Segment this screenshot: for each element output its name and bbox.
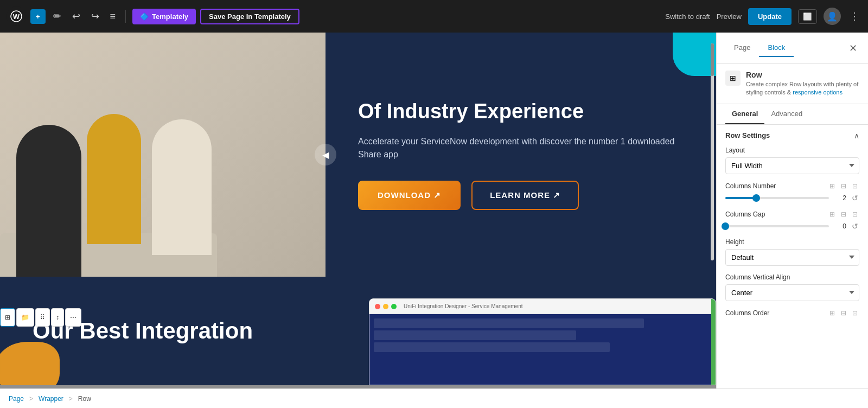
block-toolbar-type-icon[interactable]: ⊞ xyxy=(0,308,15,327)
columns-gap-icon1[interactable]: ⊞ xyxy=(828,210,837,219)
learn-more-button[interactable]: LEARN MORE ↗ xyxy=(471,181,579,210)
screenshot-content-area xyxy=(369,314,716,385)
columns-number-slider-track[interactable] xyxy=(725,197,829,199)
integration-screenshot-mockup: UniFi Integration Designer - Service Man… xyxy=(369,298,716,385)
layout-select[interactable]: Full Width Boxed Content Width xyxy=(725,157,859,174)
columns-order-form-group: Columns Order ⊞ ⊟ ⊡ xyxy=(725,309,859,317)
screenshot-titlebar: UniFi Integration Designer - Service Man… xyxy=(369,299,716,314)
columns-number-icon1[interactable]: ⊞ xyxy=(828,182,837,190)
row-settings-header[interactable]: Row Settings ∧ xyxy=(725,131,859,140)
columns-vertical-align-select[interactable]: Top Center Bottom xyxy=(725,284,859,301)
nav-arrow-button[interactable]: ◀ xyxy=(315,144,336,165)
columns-number-reset-button[interactable]: ↺ xyxy=(851,194,859,202)
row-settings-title: Row Settings xyxy=(725,131,770,139)
canvas-area: ◀ Of Industry Experience Accelerate your… xyxy=(0,33,716,388)
columns-order-icon2[interactable]: ⊟ xyxy=(839,309,848,317)
tab-advanced[interactable]: Advanced xyxy=(764,104,809,124)
section-image-left xyxy=(0,33,326,277)
columns-gap-slider-thumb[interactable] xyxy=(722,222,729,230)
height-select[interactable]: Default Full Height Min Height xyxy=(725,249,859,266)
tab-block[interactable]: Block xyxy=(759,39,794,57)
list-icon: ≡ xyxy=(110,11,116,22)
layout-form-group: Layout Full Width Boxed Content Width xyxy=(725,146,859,174)
columns-vertical-align-form-group: Columns Vertical Align Top Center Bottom xyxy=(725,273,859,301)
grid-icon: ⊞ xyxy=(5,314,10,321)
columns-order-icon1[interactable]: ⊞ xyxy=(828,309,837,317)
columns-number-label: Columns Number xyxy=(725,182,825,190)
undo-icon: ↩ xyxy=(72,10,80,22)
toolbar-right: Switch to draft Preview Update ⬜ 👤 ⋮ xyxy=(665,8,861,25)
svg-text:W: W xyxy=(13,12,20,21)
panel-close-button[interactable]: ✕ xyxy=(847,40,859,56)
templately-icon: 🔷 xyxy=(140,12,149,21)
block-toolbar-more-icon[interactable]: ⋯ xyxy=(65,308,81,327)
person2-shape xyxy=(87,114,141,244)
maximize-dot xyxy=(391,304,397,309)
screenshot-row-2 xyxy=(374,330,576,340)
chevron-up-icon: ↕ xyxy=(56,314,59,321)
columns-gap-label-row: Columns Gap ⊞ ⊟ ⊡ xyxy=(725,210,859,219)
right-panel: Page Block ✕ ⊞ Row Create complex Row la… xyxy=(716,33,868,388)
dots-icon: ⋯ xyxy=(70,314,76,321)
columns-gap-reset-button[interactable]: ↺ xyxy=(851,222,859,231)
row-icon: ⊞ xyxy=(730,74,736,82)
row-block-info: ⊞ Row Create complex Row layouts with pl… xyxy=(717,64,868,104)
page-section-bottom: Our Best Integration UniFi Integration D… xyxy=(0,277,716,385)
columns-gap-value: 0 xyxy=(833,222,846,230)
block-toolbar-folder-icon[interactable]: 📁 xyxy=(16,308,34,327)
teal-accent-decoration xyxy=(673,33,716,76)
block-toolbar-move-icon[interactable]: ↕ xyxy=(51,308,64,327)
more-options-button[interactable]: ⋮ xyxy=(847,8,861,24)
row-block-icon: ⊞ xyxy=(725,71,741,86)
switch-to-draft-button[interactable]: Switch to draft xyxy=(665,12,710,21)
ellipsis-vertical-icon: ⋮ xyxy=(850,11,859,22)
columns-gap-icon3[interactable]: ⊡ xyxy=(851,210,859,219)
breadcrumb-page[interactable]: Page xyxy=(9,395,24,403)
add-block-button[interactable]: + xyxy=(30,9,46,24)
tab-general[interactable]: General xyxy=(725,104,764,124)
row-block-desc-text: Create complex Row layouts with plenty o… xyxy=(746,80,859,97)
columns-gap-slider-track[interactable] xyxy=(725,225,829,227)
row-settings-collapse-icon: ∧ xyxy=(854,131,859,140)
columns-order-icon3[interactable]: ⊡ xyxy=(851,309,859,317)
user-avatar-button[interactable]: 👤 xyxy=(824,8,841,25)
templately-button[interactable]: 🔷 Templately xyxy=(132,9,196,24)
list-view-button[interactable]: ≡ xyxy=(107,8,119,25)
columns-number-slider-thumb[interactable] xyxy=(752,194,760,202)
breadcrumb-wrapper[interactable]: Wrapper xyxy=(39,395,63,403)
screenshot-title-text: UniFi Integration Designer - Service Man… xyxy=(404,303,523,309)
redo-button[interactable]: ↪ xyxy=(88,7,103,25)
columns-gap-icon2[interactable]: ⊟ xyxy=(839,210,848,219)
main-layout: ◀ Of Industry Experience Accelerate your… xyxy=(0,33,868,388)
drag-handle-icon: ⠿ xyxy=(40,314,45,321)
download-button[interactable]: DOWNLOAD ↗ xyxy=(358,181,461,210)
breadcrumb-sep1: > xyxy=(29,395,33,403)
wp-logo[interactable]: W xyxy=(7,7,26,26)
columns-number-icon3[interactable]: ⊡ xyxy=(851,182,859,190)
main-toolbar: W + ✏ ↩ ↪ ≡ 🔷 Templately Save Page In Te… xyxy=(0,0,868,33)
panel-inner-tabs: General Advanced xyxy=(717,104,868,125)
row-block-name: Row xyxy=(746,71,859,79)
columns-number-form-group: Columns Number ⊞ ⊟ ⊡ 2 ↺ xyxy=(725,182,859,202)
update-button[interactable]: Update xyxy=(748,8,792,25)
view-icon: ⬜ xyxy=(803,12,812,21)
status-bar: Page > Wrapper > Row xyxy=(0,388,868,408)
section-description: Accelerate your ServiceNow development w… xyxy=(358,135,684,161)
office-background xyxy=(0,33,326,277)
columns-gap-form-group: Columns Gap ⊞ ⊟ ⊡ 0 ↺ xyxy=(725,210,859,231)
panel-top-tabs: Page Block xyxy=(725,39,794,57)
columns-number-icon2[interactable]: ⊟ xyxy=(839,182,848,190)
columns-number-value: 2 xyxy=(833,194,846,202)
columns-gap-slider-row: 0 ↺ xyxy=(725,222,859,231)
folder-icon: 📁 xyxy=(21,314,29,321)
undo-button[interactable]: ↩ xyxy=(69,7,84,25)
breadcrumb-sep2: > xyxy=(69,395,73,403)
view-toggle-button[interactable]: ⬜ xyxy=(798,9,817,24)
templately-label: Templately xyxy=(152,12,188,21)
tab-page[interactable]: Page xyxy=(725,39,759,57)
block-toolbar-drag-icon[interactable]: ⠿ xyxy=(35,308,50,327)
save-templately-button[interactable]: Save Page In Templately xyxy=(200,9,299,24)
edit-icon-button[interactable]: ✏ xyxy=(50,7,65,25)
preview-button[interactable]: Preview xyxy=(717,12,742,21)
orange-splash-decoration xyxy=(0,342,60,385)
